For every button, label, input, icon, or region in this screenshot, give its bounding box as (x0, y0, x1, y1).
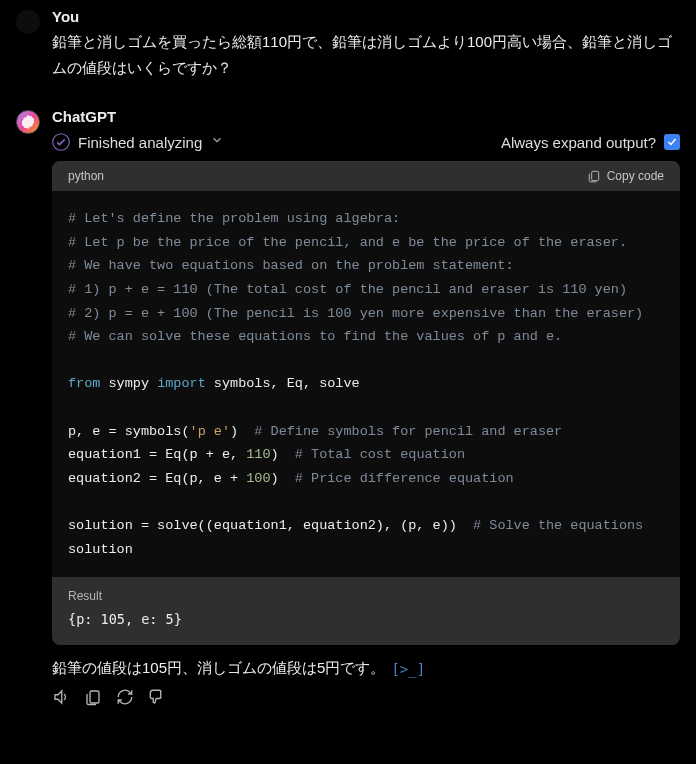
speaker-icon (52, 688, 70, 706)
analysis-status-toggle[interactable]: Finished analyzing (52, 133, 224, 151)
chevron-down-icon (210, 133, 224, 151)
copy-code-button[interactable]: Copy code (587, 169, 664, 183)
code-body[interactable]: # Let's define the problem using algebra… (52, 191, 680, 577)
answer-line: 鉛筆の値段は105円、消しゴムの値段は5円です。 [>_] (52, 659, 680, 678)
assistant-body: ChatGPT Finished analyzing Always expand… (52, 108, 680, 706)
expand-label: Always expand output? (501, 134, 656, 151)
copy-code-label: Copy code (607, 169, 664, 183)
thumbs-down-icon (148, 688, 166, 706)
expand-output-toggle[interactable]: Always expand output? (501, 134, 680, 151)
code-header: python Copy code (52, 161, 680, 191)
svg-rect-2 (90, 691, 99, 703)
clipboard-icon (587, 169, 601, 183)
copy-button[interactable] (84, 688, 102, 706)
status-label: Finished analyzing (78, 134, 202, 151)
analysis-status-row: Finished analyzing Always expand output? (52, 133, 680, 151)
assistant-avatar (16, 110, 40, 134)
message-actions (52, 688, 680, 706)
user-body: You 鉛筆と消しゴムを買ったら総額110円で、鉛筆は消しゴムより100円高い場… (52, 8, 680, 80)
result-block: Result {p: 105, e: 5} (52, 577, 680, 645)
result-value: {p: 105, e: 5} (68, 611, 664, 627)
svg-point-0 (53, 134, 70, 151)
openai-logo-icon (20, 114, 36, 130)
svg-rect-1 (591, 171, 598, 180)
clipboard-icon (84, 688, 102, 706)
thumbs-down-button[interactable] (148, 688, 166, 706)
answer-text: 鉛筆の値段は105円、消しゴムの値段は5円です。 (52, 659, 385, 678)
user-message: You 鉛筆と消しゴムを買ったら総額110円で、鉛筆は消しゴムより100円高い場… (16, 8, 680, 80)
user-author: You (52, 8, 680, 25)
regenerate-button[interactable] (116, 688, 134, 706)
expand-checkbox[interactable] (664, 134, 680, 150)
code-reference-link[interactable]: [>_] (391, 661, 425, 677)
result-label: Result (68, 589, 664, 603)
check-circle-icon (52, 133, 70, 151)
user-text: 鉛筆と消しゴムを買ったら総額110円で、鉛筆は消しゴムより100円高い場合、鉛筆… (52, 29, 680, 80)
code-block: python Copy code # Let's define the prob… (52, 161, 680, 645)
assistant-message: ChatGPT Finished analyzing Always expand… (16, 108, 680, 706)
code-lang-label: python (68, 169, 104, 183)
assistant-author: ChatGPT (52, 108, 680, 125)
user-avatar (16, 10, 40, 34)
refresh-icon (116, 688, 134, 706)
read-aloud-button[interactable] (52, 688, 70, 706)
